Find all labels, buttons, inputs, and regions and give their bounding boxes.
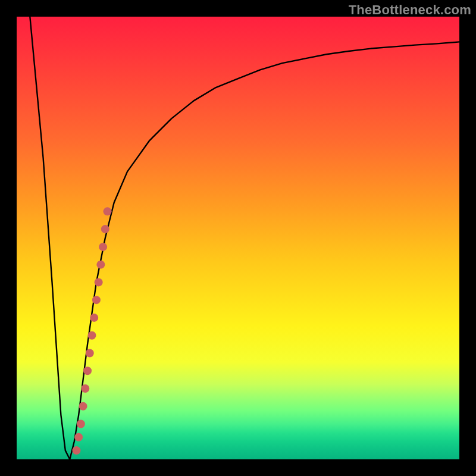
marker-dot xyxy=(99,243,107,251)
marker-dot xyxy=(92,296,101,304)
marker-dot xyxy=(104,207,112,215)
marker-dot xyxy=(95,278,103,286)
marker-dot xyxy=(101,225,109,233)
chart-frame: TheBottleneck.com xyxy=(0,0,476,476)
watermark-text: TheBottleneck.com xyxy=(349,2,471,18)
marker-dot xyxy=(83,367,92,375)
marker-dot xyxy=(90,314,98,322)
marker-dot xyxy=(72,446,80,455)
marker-dot xyxy=(86,349,94,357)
chart-svg xyxy=(17,17,459,459)
marker-dot xyxy=(79,402,87,411)
marker-dot xyxy=(74,433,83,441)
plot-area xyxy=(17,17,459,459)
marker-dot xyxy=(81,384,89,393)
marker-dot xyxy=(96,261,105,269)
marker-dot xyxy=(87,331,96,340)
marker-dot xyxy=(77,419,85,428)
curve-line xyxy=(30,17,459,459)
